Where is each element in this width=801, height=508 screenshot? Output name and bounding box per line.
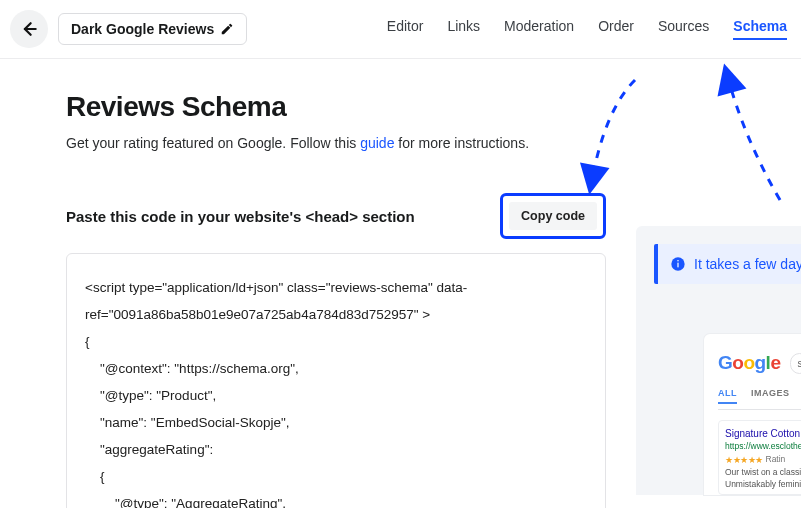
search-result-card: Signature Cotton Fis https://www.escloth… — [718, 420, 801, 495]
schema-code-block[interactable]: <script type="application/ld+json" class… — [66, 253, 606, 508]
widget-title: Dark Google Reviews — [71, 21, 214, 37]
nav-moderation[interactable]: Moderation — [504, 18, 574, 40]
result-title: Signature Cotton Fis — [725, 427, 801, 441]
info-icon — [670, 256, 686, 272]
nav-links[interactable]: Links — [447, 18, 480, 40]
pencil-icon — [220, 22, 234, 36]
star-icons: ★★★★★ — [725, 454, 763, 466]
result-url: https://www.esclothes — [725, 441, 801, 452]
nav-editor[interactable]: Editor — [387, 18, 424, 40]
google-tab-all: ALL — [718, 388, 737, 404]
notice-text: It takes a few days — [694, 256, 801, 272]
google-logo-row: Google s — [718, 352, 801, 374]
page-heading: Reviews Schema — [66, 91, 801, 123]
result-desc-1: Our twist on a classic — [725, 467, 801, 478]
preview-panel: It takes a few days Google s ALL IMAGES … — [636, 226, 801, 495]
nav-tabs: Editor Links Moderation Order Sources Sc… — [387, 18, 787, 40]
info-notice: It takes a few days — [654, 244, 801, 284]
copy-code-button[interactable]: Copy code — [509, 202, 597, 230]
arrow-left-icon — [19, 19, 39, 39]
google-logo: Google — [718, 352, 780, 374]
rating-label: Ratin — [766, 454, 786, 465]
paste-label: Paste this code in your website's <head>… — [66, 208, 490, 225]
guide-link[interactable]: guide — [360, 135, 394, 151]
svg-rect-2 — [677, 263, 678, 268]
google-tab-images: IMAGES — [751, 388, 790, 404]
result-desc-2: Unmistakably femini — [725, 479, 801, 490]
google-search-pill: s — [790, 353, 801, 374]
nav-order[interactable]: Order — [598, 18, 634, 40]
widget-title-pill[interactable]: Dark Google Reviews — [58, 13, 247, 45]
back-button[interactable] — [10, 10, 48, 48]
svg-rect-3 — [677, 260, 678, 261]
google-tabs: ALL IMAGES — [718, 388, 801, 410]
page-subtitle: Get your rating featured on Google. Foll… — [66, 135, 801, 151]
nav-sources[interactable]: Sources — [658, 18, 709, 40]
header: Dark Google Reviews Editor Links Moderat… — [0, 0, 801, 58]
google-preview-card: Google s ALL IMAGES Signature Cotton Fis… — [704, 334, 801, 495]
nav-schema[interactable]: Schema — [733, 18, 787, 40]
copy-button-highlight: Copy code — [500, 193, 606, 239]
